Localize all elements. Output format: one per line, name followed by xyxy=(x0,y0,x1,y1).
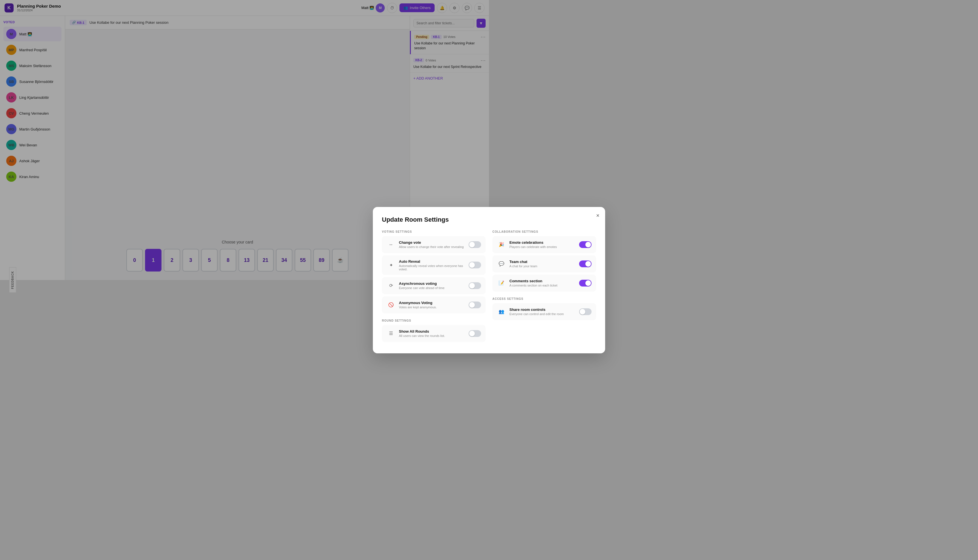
modal-overlay[interactable]: × Update Room Settings VOTING SETTINGS ↔… xyxy=(0,0,489,280)
setting-desc: Allow users to change their vote after r… xyxy=(399,245,465,248)
setting-name: Auto Reveal xyxy=(399,259,465,263)
modal-title: Update Room Settings xyxy=(382,216,489,223)
setting-text: Change vote Allow users to change their … xyxy=(399,240,465,248)
voting-settings-title: VOTING SETTINGS xyxy=(382,230,486,233)
setting-item-change-vote: ↔ Change vote Allow users to change thei… xyxy=(382,236,486,253)
setting-text: Auto Reveal Automatically reveal votes w… xyxy=(399,259,465,271)
setting-desc: Automatically reveal votes when everyone… xyxy=(399,264,465,271)
setting-toggle[interactable] xyxy=(469,241,481,248)
setting-toggle[interactable] xyxy=(469,262,481,268)
setting-name: Change vote xyxy=(399,240,465,245)
setting-item-auto-reveal: ✦ Auto Reveal Automatically reveal votes… xyxy=(382,255,486,275)
settings-grid: VOTING SETTINGS ↔ Change vote Allow user… xyxy=(382,230,489,280)
left-settings-col: VOTING SETTINGS ↔ Change vote Allow user… xyxy=(382,230,486,280)
setting-icon: ↔ xyxy=(386,240,396,249)
setting-item-asynchronous-voting: ⟳ Asynchronous voting Everyone can vote … xyxy=(382,277,486,280)
setting-icon: ✦ xyxy=(386,260,396,270)
voting-items: ↔ Change vote Allow users to change thei… xyxy=(382,236,486,280)
modal: × Update Room Settings VOTING SETTINGS ↔… xyxy=(373,207,489,280)
